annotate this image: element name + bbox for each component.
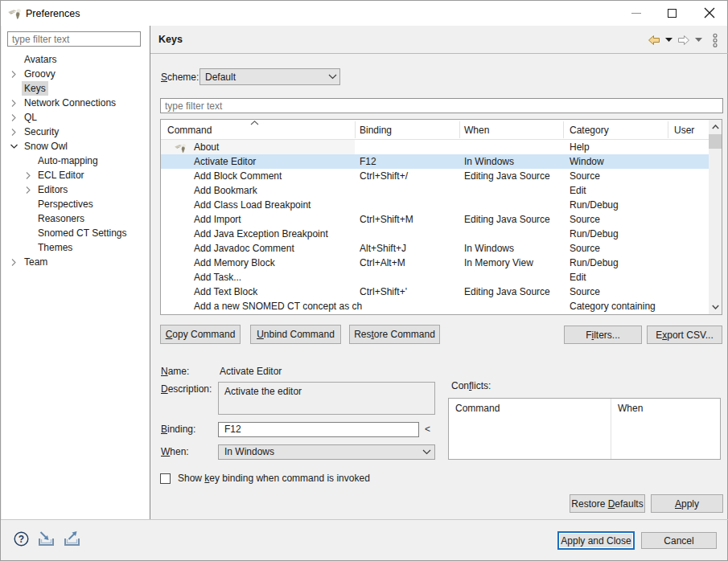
svg-text:?: ?: [19, 534, 24, 545]
